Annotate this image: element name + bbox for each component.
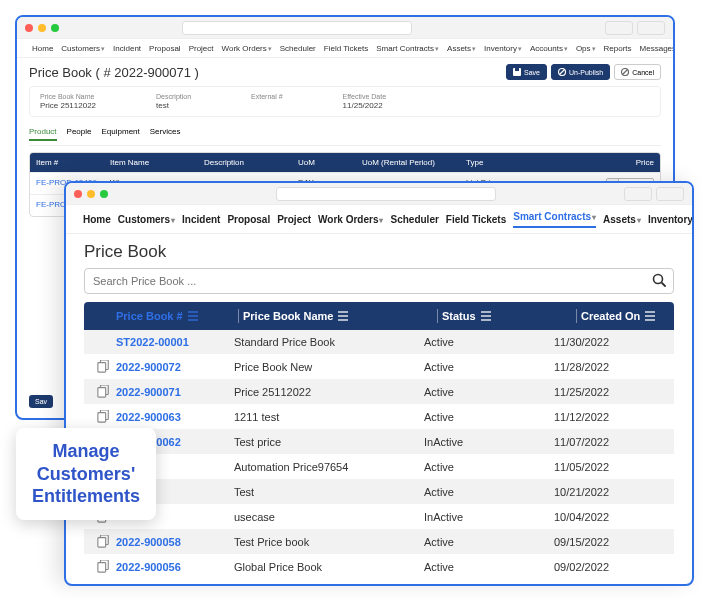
- nav-item[interactable]: Ops: [575, 42, 597, 55]
- meta-label: Price Book Name: [40, 93, 96, 100]
- page-header: Price Book ( # 2022-900071 ) Save Un-Pub…: [17, 58, 673, 86]
- table-row[interactable]: 2022-900056Global Price BookActive09/02/…: [84, 554, 674, 579]
- cancel-button[interactable]: Cancel: [614, 64, 661, 80]
- table-row[interactable]: usecaseInActive10/04/2022: [84, 504, 674, 529]
- cell: Automation Price97654: [234, 461, 424, 473]
- column-header[interactable]: Price: [540, 158, 654, 167]
- search-icon[interactable]: [652, 273, 666, 287]
- tab[interactable]: Equipment: [102, 127, 140, 141]
- column-header[interactable]: Price Book #: [116, 310, 234, 322]
- url-bar[interactable]: [182, 21, 412, 35]
- nav-item[interactable]: Assets: [446, 42, 477, 55]
- table-row[interactable]: 2022-9000631211 testActive11/12/2022: [84, 404, 674, 429]
- cell: Active: [424, 411, 554, 423]
- nav-item[interactable]: Incident: [112, 42, 142, 55]
- browser-button[interactable]: [605, 21, 633, 35]
- cell: Active: [424, 361, 554, 373]
- search-input[interactable]: [84, 268, 674, 294]
- nav-item[interactable]: Inventory: [648, 214, 692, 225]
- column-menu-icon[interactable]: [480, 311, 492, 321]
- meta-label: External #: [251, 93, 283, 100]
- nav-item[interactable]: Reports: [603, 42, 633, 55]
- column-header[interactable]: Type: [466, 158, 536, 167]
- nav-item[interactable]: Work Orders: [318, 214, 383, 225]
- nav-item[interactable]: Home: [31, 42, 54, 55]
- nav-item[interactable]: Proposal: [148, 42, 182, 55]
- column-menu-icon[interactable]: [644, 311, 656, 321]
- cell: Price 25112022: [234, 386, 424, 398]
- nav-item[interactable]: Work Orders: [221, 42, 273, 55]
- column-header[interactable]: Status: [442, 310, 572, 322]
- copy-icon[interactable]: [97, 560, 110, 573]
- column-header[interactable]: Item Name: [110, 158, 200, 167]
- close-dot[interactable]: [74, 190, 82, 198]
- nav-item[interactable]: Project: [277, 214, 311, 225]
- column-menu-icon[interactable]: [187, 311, 199, 321]
- nav-item[interactable]: Field Tickets: [446, 214, 506, 225]
- cell: Test: [234, 486, 424, 498]
- column-header[interactable]: UoM (Rental Period): [362, 158, 462, 167]
- min-dot[interactable]: [87, 190, 95, 198]
- url-bar[interactable]: [276, 187, 496, 201]
- copy-icon[interactable]: [97, 410, 110, 423]
- page-title: Price Book: [66, 234, 692, 268]
- table-row[interactable]: TestActive10/21/2022: [84, 479, 674, 504]
- nav-item[interactable]: Scheduler: [390, 214, 438, 225]
- max-dot[interactable]: [51, 24, 59, 32]
- unpublish-button[interactable]: Un-Publish: [551, 64, 610, 80]
- pricebook-link[interactable]: 2022-900063: [116, 411, 234, 423]
- column-header[interactable]: UoM: [298, 158, 358, 167]
- nav-item[interactable]: Project: [188, 42, 215, 55]
- table-row[interactable]: 2022-900072Price Book NewActive11/28/202…: [84, 354, 674, 379]
- cell: 09/02/2022: [554, 561, 668, 573]
- pricebook-link[interactable]: ST2022-00001: [116, 336, 234, 348]
- callout-line: Entitlements: [32, 485, 140, 508]
- nav-item[interactable]: Customers: [118, 214, 175, 225]
- nav-item[interactable]: Assets: [603, 214, 641, 225]
- column-header[interactable]: Price Book Name: [243, 310, 433, 322]
- table-row[interactable]: 2022-900062Test priceInActive11/07/2022: [84, 429, 674, 454]
- pricebook-link[interactable]: 2022-900071: [116, 386, 234, 398]
- copy-icon[interactable]: [97, 385, 110, 398]
- meta-label: Description: [156, 93, 191, 100]
- max-dot[interactable]: [100, 190, 108, 198]
- nav-item[interactable]: Proposal: [227, 214, 270, 225]
- window-titlebar: [17, 17, 673, 39]
- min-dot[interactable]: [38, 24, 46, 32]
- tab[interactable]: Product: [29, 127, 57, 141]
- copy-icon[interactable]: [97, 535, 110, 548]
- table-row[interactable]: ST2022-00001Standard Price BookActive11/…: [84, 330, 674, 354]
- pricebook-link[interactable]: 2022-900072: [116, 361, 234, 373]
- window-titlebar: [66, 183, 692, 205]
- nav-item[interactable]: Scheduler: [279, 42, 317, 55]
- nav-item[interactable]: Incident: [182, 214, 220, 225]
- column-header[interactable]: Created On: [581, 310, 668, 322]
- save-button-bottom[interactable]: Sav: [29, 395, 53, 408]
- pricebook-link[interactable]: 2022-900056: [116, 561, 234, 573]
- browser-button[interactable]: [637, 21, 665, 35]
- pricebook-link[interactable]: 2022-900058: [116, 536, 234, 548]
- column-header[interactable]: Description: [204, 158, 294, 167]
- nav-item[interactable]: Home: [83, 214, 111, 225]
- nav-item[interactable]: Smart Contracts: [513, 211, 596, 228]
- nav-item[interactable]: Messages: [639, 42, 675, 55]
- nav-item[interactable]: Accounts: [529, 42, 569, 55]
- column-menu-icon[interactable]: [337, 311, 349, 321]
- table-row[interactable]: 2022-900058Test Price bookActive09/15/20…: [84, 529, 674, 554]
- browser-button[interactable]: [624, 187, 652, 201]
- tab[interactable]: People: [67, 127, 92, 141]
- save-button[interactable]: Save: [506, 64, 547, 80]
- marketing-callout: Manage Customers' Entitlements: [16, 428, 156, 520]
- nav-item[interactable]: Field Tickets: [323, 42, 369, 55]
- row-icon-cell: [90, 385, 116, 398]
- tab[interactable]: Services: [150, 127, 181, 141]
- nav-item[interactable]: Customers: [60, 42, 106, 55]
- nav-item[interactable]: Smart Contracts: [375, 42, 440, 55]
- close-dot[interactable]: [25, 24, 33, 32]
- column-header[interactable]: Item #: [36, 158, 106, 167]
- table-row[interactable]: Automation Price97654Active11/05/2022: [84, 454, 674, 479]
- table-row[interactable]: 2022-900071Price 25112022Active11/25/202…: [84, 379, 674, 404]
- browser-button[interactable]: [656, 187, 684, 201]
- copy-icon[interactable]: [97, 360, 110, 373]
- nav-item[interactable]: Inventory: [483, 42, 523, 55]
